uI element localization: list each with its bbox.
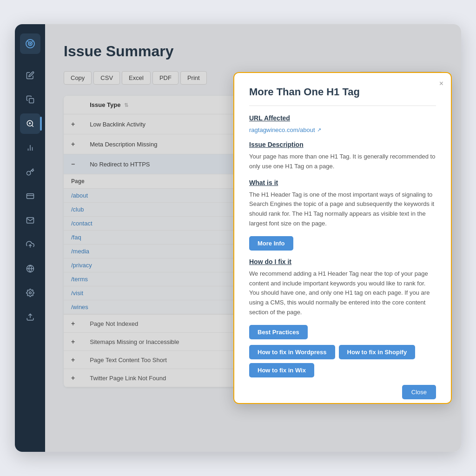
svg-rect-11 [26, 194, 33, 199]
modal-overlay: × More Than One H1 Tag URL Affected ragt… [45, 24, 461, 452]
what-is-it-text: The H1 Header Tag is one of the most imp… [249, 190, 436, 229]
sidebar-item-analytics[interactable] [20, 138, 40, 158]
sidebar-item-cloud[interactable] [20, 234, 40, 255]
sidebar [15, 24, 45, 452]
svg-point-16 [29, 292, 31, 294]
main-content: Issue Summary Copy CSV Excel PDF Print S… [45, 24, 461, 452]
modal-divider [249, 106, 436, 106]
svg-line-1 [27, 41, 29, 42]
modal-close-x[interactable]: × [439, 79, 443, 88]
fix-shopify-button[interactable]: How to fix in Shopify [339, 345, 416, 359]
more-info-button[interactable]: More Info [249, 236, 293, 251]
sidebar-item-search[interactable] [20, 113, 40, 134]
fix-buttons-group: How to fix in Wordpress How to fix in Sh… [249, 345, 436, 377]
what-is-it-label: What is it [249, 179, 436, 186]
svg-rect-3 [29, 99, 33, 103]
url-affected-link[interactable]: ragtagwineco.com/about ↗ [249, 126, 321, 133]
app-container: Issue Summary Copy CSV Excel PDF Print S… [15, 24, 461, 452]
fix-wordpress-button[interactable]: How to fix in Wordpress [249, 345, 335, 359]
url-affected-label: URL Affected [249, 114, 436, 122]
svg-line-2 [32, 41, 33, 42]
sidebar-item-card[interactable] [20, 186, 40, 206]
sidebar-item-globe[interactable] [20, 258, 40, 279]
sidebar-item-upload[interactable] [20, 307, 40, 327]
sidebar-item-mail[interactable] [20, 210, 40, 231]
svg-line-5 [32, 125, 33, 126]
how-to-fix-text: We recommend adding a H1 Header Tag near… [249, 269, 436, 317]
issue-description-label: Issue Description [249, 141, 436, 148]
best-practices-button[interactable]: Best Practices [249, 325, 308, 339]
issue-description-text: Your page has more than one H1 Tag. It i… [249, 152, 436, 172]
how-to-fix-label: How do I fix it [249, 258, 436, 265]
svg-point-0 [29, 43, 31, 45]
sidebar-item-tools[interactable] [20, 162, 40, 182]
sidebar-item-settings[interactable] [20, 283, 40, 303]
sidebar-item-edit[interactable] [20, 65, 40, 86]
fix-wix-button[interactable]: How to fix in Wix [249, 363, 314, 377]
app-logo[interactable] [20, 33, 40, 54]
modal-dialog: × More Than One H1 Tag URL Affected ragt… [233, 72, 452, 404]
close-button[interactable]: Close [402, 385, 436, 399]
sidebar-item-copy[interactable] [20, 89, 40, 110]
external-link-icon: ↗ [317, 127, 321, 133]
modal-title: More Than One H1 Tag [249, 86, 436, 98]
